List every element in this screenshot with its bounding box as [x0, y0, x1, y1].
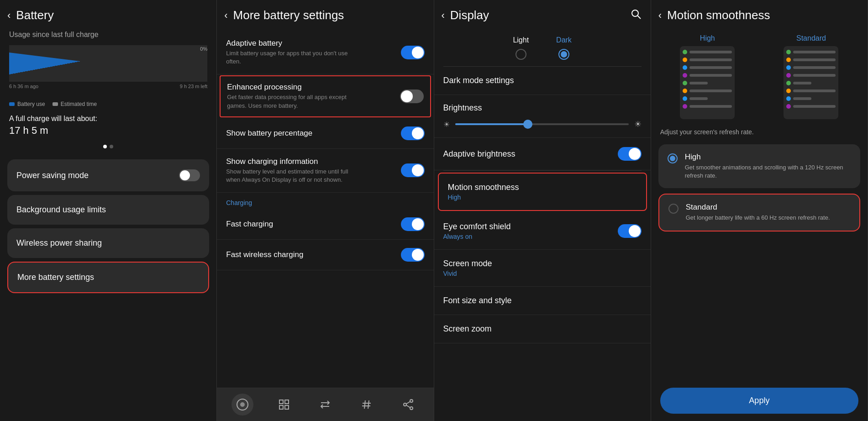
apply-button[interactable]: Apply	[660, 388, 858, 414]
high-option-item[interactable]: High Get smoother animations and scrolli…	[658, 144, 860, 188]
motion-smoothness-item[interactable]: Motion smoothness High	[438, 173, 647, 211]
nav-circle-icon[interactable]	[231, 394, 253, 416]
more-battery-settings-list: Adaptive battery Limit battery usage for…	[217, 27, 433, 388]
svg-point-11	[404, 403, 406, 406]
battery-chart: 100 0% 6 h 36 m ago 9 h 23 m left	[9, 45, 207, 95]
motion-options-list: High Get smoother animations and scrolli…	[651, 144, 868, 380]
theme-light-option[interactable]: Light	[513, 36, 529, 60]
motion-smoothness-inner[interactable]: Motion smoothness High	[439, 174, 646, 210]
fast-charging-text: Fast charging	[226, 220, 273, 229]
preview-high-label: High	[700, 34, 715, 42]
more-battery-title: More battery settings	[233, 8, 425, 22]
dark-mode-settings-title: Dark mode settings	[443, 76, 642, 85]
brightness-slider[interactable]	[455, 123, 629, 125]
font-size-style-item[interactable]: Font size and style	[434, 287, 651, 315]
show-battery-pct-toggle[interactable]	[401, 126, 425, 140]
usage-since-title: Usage since last full charge	[0, 27, 216, 42]
svg-rect-4	[279, 405, 283, 409]
brightness-thumb[interactable]	[523, 120, 532, 129]
adaptive-brightness-toggle[interactable]	[618, 147, 642, 161]
show-charging-info-text: Show charging information Show battery l…	[226, 157, 354, 184]
show-charging-info-toggle[interactable]	[401, 163, 425, 177]
legend-gray-dot	[53, 102, 58, 106]
chart-left-label: 6 h 36 m ago	[9, 84, 38, 89]
high-option-title: High	[685, 153, 851, 162]
motion-back-icon[interactable]: ‹	[658, 10, 662, 21]
battery-menu-list: Power saving mode Background usage limit…	[0, 156, 216, 297]
nav-share-icon[interactable]	[397, 394, 419, 416]
screen-mode-subtitle: Vivid	[443, 270, 642, 277]
svg-rect-5	[285, 405, 289, 409]
high-option-desc: Get smoother animations and scrolling wi…	[685, 163, 851, 180]
fast-wireless-charging-item[interactable]: Fast wireless charging	[217, 240, 433, 270]
legend-blue-dot	[9, 102, 15, 106]
enhanced-processing-item[interactable]: Enhanced processing Get faster data proc…	[220, 75, 431, 117]
enhanced-processing-subtitle: Get faster data processing for all apps …	[227, 93, 355, 110]
brightness-title: Brightness	[443, 103, 642, 113]
enhanced-processing-title: Enhanced processing	[227, 83, 355, 92]
nav-hashtag-icon[interactable]	[356, 394, 378, 416]
adaptive-battery-text: Adaptive battery Limit battery usage for…	[226, 39, 354, 66]
adaptive-brightness-item[interactable]: Adaptive brightness	[434, 138, 651, 170]
fast-charging-title: Fast charging	[226, 220, 273, 229]
theme-light-label: Light	[513, 36, 529, 44]
brightness-high-icon: ☀	[634, 119, 642, 129]
fast-charging-toggle[interactable]	[401, 217, 425, 231]
adaptive-brightness-title: Adaptive brightness	[443, 149, 516, 159]
power-saving-toggle[interactable]	[179, 169, 200, 181]
motion-smoothness-subtitle: High	[448, 194, 637, 201]
theme-dark-radio[interactable]	[558, 49, 569, 60]
brightness-fill	[455, 123, 528, 125]
preview-high-option[interactable]: High	[660, 34, 755, 119]
theme-light-radio[interactable]	[516, 49, 526, 60]
more-battery-back-icon[interactable]: ‹	[224, 10, 227, 21]
theme-dark-option[interactable]: Dark	[556, 36, 572, 60]
more-battery-header: ‹ More battery settings	[217, 0, 433, 27]
power-saving-item[interactable]: Power saving mode	[7, 159, 209, 191]
display-back-icon[interactable]: ‹	[442, 10, 445, 21]
chart-right-label: 9 h 23 m left	[180, 84, 208, 89]
show-battery-pct-title: Show battery percentage	[226, 129, 312, 138]
motion-smoothness-title: Motion smoothness	[448, 183, 637, 192]
display-search-icon[interactable]	[631, 9, 642, 22]
eye-comfort-subtitle: Always on	[443, 233, 511, 240]
adaptive-battery-item[interactable]: Adaptive battery Limit battery usage for…	[217, 31, 433, 74]
standard-option-item[interactable]: Standard Get longer battery life with a …	[658, 194, 860, 231]
standard-radio[interactable]	[668, 204, 679, 214]
eye-comfort-toggle[interactable]	[618, 224, 642, 238]
adaptive-battery-toggle[interactable]	[401, 46, 425, 59]
nav-transfer-icon[interactable]	[314, 394, 336, 416]
wireless-power-label: Wireless power sharing	[16, 238, 102, 248]
show-charging-info-item[interactable]: Show charging information Show battery l…	[217, 149, 433, 193]
font-size-style-title: Font size and style	[443, 296, 642, 305]
battery-back-icon[interactable]: ‹	[7, 10, 11, 21]
preview-standard-option[interactable]: Standard	[764, 34, 858, 119]
legend-estimated-time: Estimated time	[53, 101, 97, 107]
show-charging-info-title: Show charging information	[226, 157, 354, 166]
screen-mode-item[interactable]: Screen mode Vivid	[434, 250, 651, 287]
standard-option-desc: Get longer battery life with a 60 Hz scr…	[686, 214, 830, 222]
preview-high-screen	[680, 46, 735, 119]
wireless-power-item[interactable]: Wireless power sharing	[7, 228, 209, 258]
legend-estimated-label: Estimated time	[61, 101, 97, 107]
display-theme-selector: Light Dark	[434, 27, 651, 66]
high-radio[interactable]	[668, 153, 678, 163]
dark-mode-settings-item[interactable]: Dark mode settings	[434, 67, 651, 95]
fast-wireless-charging-toggle[interactable]	[401, 248, 425, 262]
background-usage-item[interactable]: Background usage limits	[7, 195, 209, 225]
power-saving-label: Power saving mode	[16, 171, 89, 180]
dot-2	[110, 145, 113, 148]
more-battery-item[interactable]: More battery settings	[7, 262, 209, 293]
screen-zoom-item[interactable]: Screen zoom	[434, 315, 651, 343]
fast-wireless-charging-title: Fast wireless charging	[226, 250, 303, 259]
svg-line-6	[364, 400, 365, 409]
show-battery-pct-item[interactable]: Show battery percentage	[217, 118, 433, 149]
legend-battery-label: Battery use	[17, 101, 45, 107]
show-battery-pct-text: Show battery percentage	[226, 129, 312, 138]
fast-charging-item[interactable]: Fast charging	[217, 209, 433, 240]
enhanced-processing-toggle[interactable]	[400, 89, 424, 103]
nav-expand-icon[interactable]	[273, 394, 295, 416]
eye-comfort-shield-item[interactable]: Eye comfort shield Always on	[434, 213, 651, 250]
motion-description: Adjust your screen's refresh rate.	[651, 125, 868, 144]
svg-line-16	[637, 16, 641, 19]
